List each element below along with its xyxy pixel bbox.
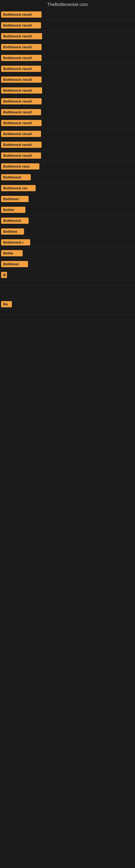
list-item: Bottlene (0, 226, 135, 237)
list-item: Bottleneck resu (0, 161, 135, 172)
list-item: Bottleneck result (0, 150, 135, 161)
list-item (0, 280, 135, 285)
list-item: Bottleneck (0, 215, 135, 226)
rows-container: Bottleneck resultBottleneck resultBottle… (0, 9, 135, 323)
bottleneck-badge[interactable]: Bottleneck result (1, 33, 42, 39)
list-item (0, 310, 135, 314)
list-item (0, 290, 135, 294)
bottleneck-badge[interactable]: Bottleneck result (1, 120, 42, 126)
bottleneck-badge[interactable]: Bottleneck result (1, 66, 41, 72)
list-item: B (0, 270, 135, 280)
list-item: Bottleneck r (0, 237, 135, 248)
bottleneck-badge[interactable]: Bottleneck res (1, 185, 36, 191)
list-item: Bottler (0, 205, 135, 215)
list-item: Bo (0, 299, 135, 310)
bottleneck-badge[interactable]: Bottleneck (1, 174, 31, 180)
bottleneck-badge[interactable]: Bottleneck result (1, 87, 42, 94)
list-item: Bottleneck result (0, 42, 135, 53)
bottleneck-badge[interactable]: Bottleneck result (1, 109, 41, 115)
list-item: Bottleneck result (0, 118, 135, 129)
bottleneck-badge[interactable]: Bottleneck result (1, 44, 42, 50)
list-item: Bottleneck result (0, 9, 135, 20)
bottleneck-badge[interactable]: Bottlene (1, 228, 24, 235)
site-title: TheBottlenecker.com (0, 0, 135, 9)
list-item: Bottlenec (0, 194, 135, 205)
bottleneck-badge[interactable]: Bottleneck result (1, 131, 41, 137)
bottleneck-badge[interactable]: Bottleneck result (1, 22, 41, 29)
bottleneck-badge[interactable]: Bottleneck result (1, 98, 42, 104)
list-item (0, 294, 135, 299)
list-item: Bottleneck (0, 172, 135, 183)
list-item: Bottleneck result (0, 96, 135, 107)
list-item: Bottleneck result (0, 31, 135, 42)
list-item: Bottleneck result (0, 74, 135, 85)
list-item: Bottle (0, 248, 135, 259)
list-item: Bottleneck result (0, 63, 135, 74)
bottleneck-badge[interactable]: Bottle (1, 250, 23, 256)
list-item: Bottlenec (0, 259, 135, 270)
list-item: Bottleneck result (0, 107, 135, 118)
list-item (0, 314, 135, 319)
bottleneck-badge[interactable]: Bottleneck result (1, 76, 42, 83)
list-item: Bottleneck result (0, 140, 135, 150)
list-item: Bottleneck result (0, 20, 135, 31)
list-item (0, 319, 135, 323)
list-item (0, 285, 135, 290)
bottleneck-badge[interactable]: Bottleneck result (1, 142, 42, 148)
bottleneck-badge[interactable]: Bottler (1, 207, 26, 213)
bottleneck-badge[interactable]: B (1, 272, 7, 278)
list-item: Bottleneck result (0, 85, 135, 96)
bottleneck-badge[interactable]: Bottleneck resu (1, 163, 39, 169)
bottleneck-badge[interactable]: Bottleneck r (1, 239, 30, 246)
list-item: Bottleneck result (0, 53, 135, 63)
site-title-text: TheBottlenecker.com (47, 2, 88, 7)
list-item: Bottleneck result (0, 129, 135, 140)
bottleneck-badge[interactable]: Bo (1, 301, 12, 307)
bottleneck-badge[interactable]: Bottleneck result (1, 11, 42, 18)
bottleneck-badge[interactable]: Bottleneck result (1, 55, 42, 61)
bottleneck-badge[interactable]: Bottleneck result (1, 152, 41, 159)
bottleneck-badge[interactable]: Bottleneck (1, 218, 29, 224)
bottleneck-badge[interactable]: Bottlenec (1, 196, 29, 202)
list-item: Bottleneck res (0, 183, 135, 194)
bottleneck-badge[interactable]: Bottlenec (1, 261, 28, 267)
